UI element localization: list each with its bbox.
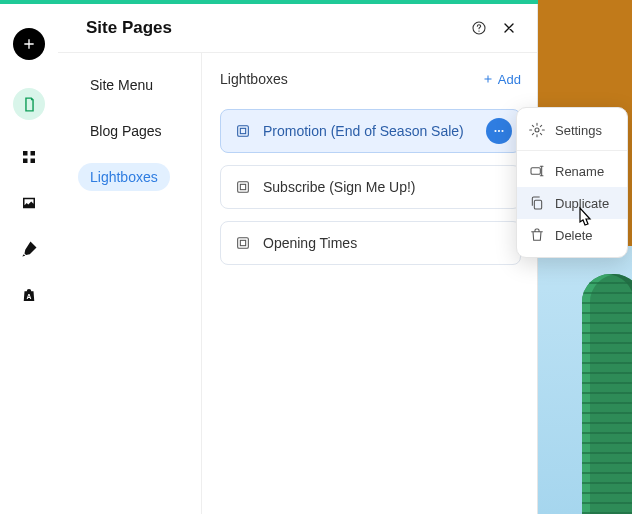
svg-rect-11 <box>240 240 245 245</box>
svg-rect-10 <box>238 238 249 249</box>
svg-rect-14 <box>534 200 541 209</box>
lightbox-icon <box>235 235 251 251</box>
item-actions-button[interactable] <box>486 118 512 144</box>
store-button[interactable]: A <box>20 286 38 304</box>
rename-icon <box>529 163 545 179</box>
sidebar-item-site-menu[interactable]: Site Menu <box>78 71 165 99</box>
menu-delete[interactable]: Delete <box>517 219 627 251</box>
svg-point-12 <box>535 128 539 132</box>
plus-icon <box>482 73 494 85</box>
lightbox-item[interactable]: Opening Times <box>220 221 521 265</box>
lightbox-item-label: Promotion (End of Season Sale) <box>263 123 464 139</box>
shopping-bag-icon: A <box>20 286 38 304</box>
menu-rename[interactable]: Rename <box>517 155 627 187</box>
panel-header: Site Pages <box>58 4 537 53</box>
item-context-menu: Settings Rename Duplicate Delete <box>516 107 628 258</box>
content-heading: Lightboxes <box>220 71 288 87</box>
pages-button[interactable] <box>13 88 45 120</box>
lightbox-item-label: Subscribe (Sign Me Up!) <box>263 179 416 195</box>
lightbox-item-label: Opening Times <box>263 235 357 251</box>
menu-settings[interactable]: Settings <box>517 114 627 146</box>
menu-label: Duplicate <box>555 196 609 211</box>
plus-icon <box>21 36 37 52</box>
grid-icon <box>20 148 38 166</box>
svg-point-2 <box>478 30 479 31</box>
svg-rect-13 <box>531 168 540 175</box>
media-button[interactable] <box>20 194 38 212</box>
page-category-list: Site Menu Blog Pages Lightboxes <box>58 53 202 514</box>
page-icon <box>21 96 38 113</box>
lightbox-item[interactable]: Promotion (End of Season Sale) <box>220 109 521 153</box>
svg-rect-3 <box>238 126 249 137</box>
menu-duplicate[interactable]: Duplicate <box>517 187 627 219</box>
site-pages-panel: Site Pages Site Menu Blog Pages Lightbox… <box>58 4 538 514</box>
trash-icon <box>529 227 545 243</box>
grid-apps-button[interactable] <box>20 148 38 166</box>
svg-point-6 <box>498 130 500 132</box>
tool-rail: A <box>0 4 58 514</box>
pen-nib-icon <box>20 240 38 258</box>
add-lightbox-button[interactable]: Add <box>482 72 521 87</box>
close-icon[interactable] <box>501 20 517 36</box>
help-icon[interactable] <box>471 20 487 36</box>
svg-rect-8 <box>238 182 249 193</box>
ellipsis-icon <box>492 124 506 138</box>
sidebar-item-lightboxes[interactable]: Lightboxes <box>78 163 170 191</box>
lightboxes-content: Lightboxes Add Promotion (End of Season … <box>202 53 537 514</box>
svg-rect-4 <box>240 128 245 133</box>
menu-divider <box>517 150 627 151</box>
lightbox-item[interactable]: Subscribe (Sign Me Up!) <box>220 165 521 209</box>
menu-label: Settings <box>555 123 602 138</box>
gear-icon <box>529 122 545 138</box>
lightbox-icon <box>235 123 251 139</box>
image-icon <box>20 194 38 212</box>
svg-text:A: A <box>27 293 32 300</box>
menu-label: Rename <box>555 164 604 179</box>
add-label: Add <box>498 72 521 87</box>
svg-point-5 <box>494 130 496 132</box>
menu-label: Delete <box>555 228 593 243</box>
svg-point-7 <box>501 130 503 132</box>
panel-title: Site Pages <box>86 18 172 38</box>
lightbox-icon <box>235 179 251 195</box>
design-button[interactable] <box>20 240 38 258</box>
cactus-image <box>582 274 632 514</box>
add-element-button[interactable] <box>13 28 45 60</box>
duplicate-icon <box>529 195 545 211</box>
svg-rect-9 <box>240 184 245 189</box>
sidebar-item-blog-pages[interactable]: Blog Pages <box>78 117 174 145</box>
